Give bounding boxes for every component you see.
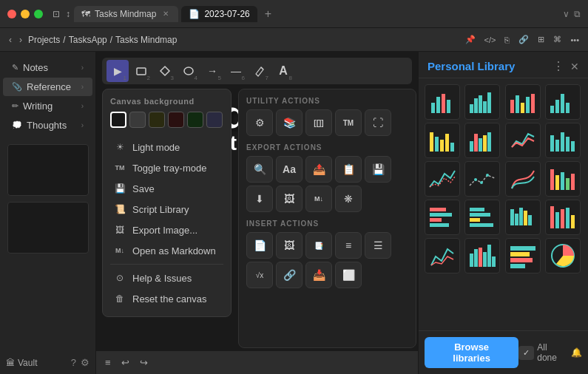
- action-formula[interactable]: √x: [246, 262, 273, 288]
- tab-date[interactable]: 📄 2023-07-26: [181, 6, 257, 22]
- menu-save[interactable]: 💾 Save: [110, 178, 223, 199]
- action-link-insert[interactable]: 🔗: [276, 262, 303, 288]
- tab-mindmap[interactable]: 🗺 Tasks Mindmap ✕: [74, 6, 178, 22]
- menu-light-mode[interactable]: ☀ Light mode: [110, 137, 223, 157]
- titlebar-arrow-down[interactable]: ∨: [563, 9, 570, 19]
- tool-ellipse[interactable]: 4: [178, 60, 200, 82]
- lib-item-13[interactable]: [425, 200, 460, 235]
- swatch-3[interactable]: [168, 112, 184, 128]
- action-library[interactable]: 📚: [276, 109, 303, 136]
- maximize-button[interactable]: [34, 10, 43, 18]
- titlebar-split[interactable]: ⧉: [574, 9, 581, 19]
- tag-icon[interactable]: ⌘: [550, 33, 564, 46]
- swatch-4[interactable]: [187, 112, 203, 128]
- help-icon[interactable]: ?: [71, 357, 76, 368]
- action-markdown-export[interactable]: M↓: [305, 186, 332, 212]
- action-upload[interactable]: 📤: [305, 156, 332, 183]
- tool-rectangle[interactable]: 2: [130, 60, 152, 82]
- window-icon-1[interactable]: ⊡: [50, 8, 62, 20]
- swatch-2[interactable]: [149, 112, 165, 128]
- action-embed[interactable]: [[]]: [305, 109, 332, 136]
- action-fullscreen[interactable]: ⛶: [365, 109, 391, 136]
- copy-icon[interactable]: ⎘: [501, 34, 513, 46]
- action-image-export[interactable]: 🖼: [276, 186, 303, 212]
- lib-item-8[interactable]: [545, 123, 581, 158]
- swatch-5[interactable]: [206, 112, 223, 128]
- menu-toggle-tray[interactable]: TM Toggle tray-mode: [110, 157, 223, 178]
- action-table[interactable]: ☰: [365, 232, 391, 259]
- lib-item-12[interactable]: [545, 161, 581, 197]
- lib-item-10[interactable]: [464, 161, 500, 197]
- action-insert-image[interactable]: 🖼: [276, 232, 303, 259]
- menu-toggle-btn[interactable]: ≡: [102, 356, 114, 370]
- sidebar-item-writing[interactable]: ✏ Writing ›: [3, 97, 92, 115]
- library-close-btn[interactable]: ✕: [570, 61, 579, 72]
- tool-line[interactable]: —6: [225, 60, 247, 82]
- close-button[interactable]: [7, 10, 16, 18]
- notification-bell[interactable]: 🔔: [571, 347, 582, 358]
- tool-diamond[interactable]: 3: [154, 60, 176, 82]
- breadcrumb-mindmap[interactable]: Tasks Mindmap: [115, 35, 177, 45]
- sidebar-item-notes[interactable]: ✎ Notes ›: [3, 58, 92, 77]
- menu-export-image[interactable]: 🖼 Export Image...: [110, 220, 223, 240]
- more-icon[interactable]: •••: [567, 34, 582, 46]
- canvas-area[interactable]: ▶1 2 3 4 →5: [96, 52, 418, 374]
- sidebar-item-reference[interactable]: 📎 Reference ›: [3, 78, 92, 96]
- tool-text[interactable]: A 8: [272, 60, 294, 82]
- menu-help[interactable]: ⊙ Help & Issues: [110, 268, 223, 288]
- action-search[interactable]: 🔍: [246, 156, 273, 183]
- lib-item-2[interactable]: [464, 84, 500, 120]
- menu-reset-canvas[interactable]: 🗑 Reset the canvas: [110, 288, 223, 309]
- pin-icon[interactable]: 📌: [462, 33, 479, 46]
- library-options-btn[interactable]: ⋮: [552, 59, 564, 73]
- lib-item-16[interactable]: [545, 200, 581, 235]
- menu-script-library[interactable]: 📜 Script Library: [110, 199, 223, 220]
- action-settings[interactable]: ⚙: [246, 109, 273, 136]
- code-icon[interactable]: </>: [481, 34, 499, 46]
- swatch-0[interactable]: [110, 112, 126, 128]
- sidebar-item-thoughts[interactable]: 💭 Thoughts ›: [3, 116, 92, 135]
- action-clipboard[interactable]: 📋: [335, 156, 362, 183]
- action-list[interactable]: ≡: [335, 232, 362, 259]
- lib-item-3[interactable]: [505, 84, 541, 120]
- link-icon[interactable]: 🔗: [516, 33, 532, 46]
- window-icon-2[interactable]: ↕: [62, 8, 74, 20]
- new-tab-button[interactable]: +: [260, 7, 276, 21]
- back-button[interactable]: ‹: [6, 33, 15, 47]
- lib-item-9[interactable]: [425, 161, 460, 197]
- action-download[interactable]: ⬇: [246, 186, 273, 212]
- tool-select[interactable]: ▶1: [107, 60, 129, 82]
- redo-button[interactable]: ↪: [137, 356, 151, 370]
- browse-libraries-button[interactable]: Browse libraries: [425, 337, 518, 368]
- lib-item-4[interactable]: [545, 84, 581, 120]
- breadcrumb-tasksapp[interactable]: TasksApp: [69, 35, 107, 45]
- tab-mindmap-close[interactable]: ✕: [160, 9, 171, 19]
- tool-pencil[interactable]: 7: [249, 60, 271, 82]
- minimize-button[interactable]: [21, 10, 30, 18]
- menu-open-markdown[interactable]: M↓ Open as Markdown: [110, 240, 223, 261]
- settings-icon[interactable]: ⚙: [81, 357, 89, 368]
- forward-button[interactable]: ›: [16, 33, 25, 47]
- lib-item-5[interactable]: [425, 123, 460, 158]
- action-trademark[interactable]: TM: [335, 109, 362, 136]
- lib-item-15[interactable]: [505, 200, 541, 235]
- vault-label[interactable]: 🏛 Vault: [6, 358, 37, 368]
- breadcrumb-projects[interactable]: Projects: [28, 35, 60, 45]
- action-frame[interactable]: ⬜: [335, 262, 362, 288]
- lib-item-18[interactable]: [464, 238, 500, 273]
- lib-item-6[interactable]: [464, 123, 500, 158]
- lib-item-1[interactable]: [425, 84, 460, 120]
- action-special[interactable]: ❋: [335, 186, 362, 212]
- lib-item-7[interactable]: [505, 123, 541, 158]
- undo-button[interactable]: ↩: [118, 356, 132, 370]
- swatch-1[interactable]: [129, 112, 146, 128]
- action-new-page[interactable]: 📄: [246, 232, 273, 259]
- lib-item-11[interactable]: [505, 161, 541, 197]
- action-import[interactable]: 📥: [305, 262, 332, 288]
- action-text-style[interactable]: Aa: [276, 156, 303, 183]
- lib-item-17[interactable]: [425, 238, 460, 273]
- tool-arrow[interactable]: →5: [201, 60, 223, 82]
- lib-item-20[interactable]: [545, 238, 581, 273]
- lib-item-19[interactable]: [505, 238, 541, 273]
- all-done-check[interactable]: ✓: [518, 346, 534, 360]
